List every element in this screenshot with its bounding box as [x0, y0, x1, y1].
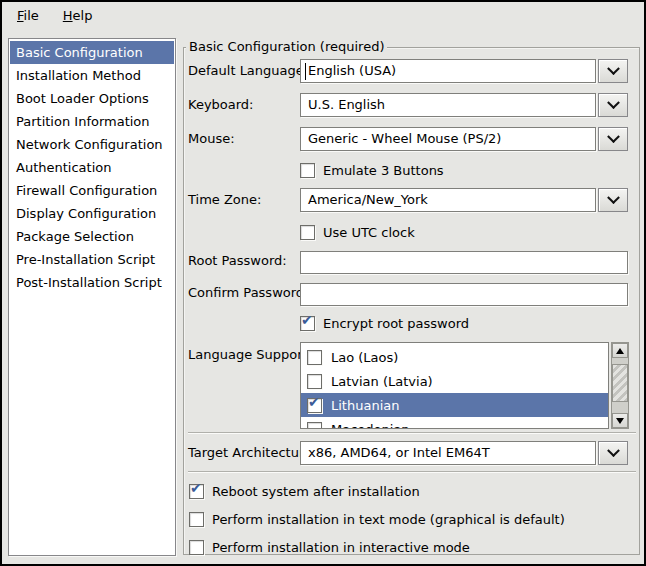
language-item-lao-laos[interactable]: Lao (Laos)	[301, 345, 608, 369]
sidebar-item-authentication[interactable]: Authentication	[10, 156, 174, 179]
encrypt-root-password-checkbox[interactable]: ✔	[300, 316, 315, 331]
root-password-label: Root Password:	[188, 249, 287, 273]
interactive-mode-label: Perform installation in interactive mode	[212, 540, 470, 555]
text-mode-checkbox[interactable]	[189, 512, 204, 527]
target-architecture-value: x86, AMD64, or Intel EM64T	[306, 445, 490, 460]
chevron-down-icon	[607, 130, 620, 143]
checkmark-icon: ✔	[308, 395, 320, 409]
time-zone-value: America/New_York	[306, 192, 428, 207]
menubar: File Help	[2, 2, 644, 29]
kickstart-configurator-window: File Help Basic ConfigurationInstallatio…	[0, 0, 646, 566]
language-checkbox-latvian-latvia[interactable]	[307, 374, 322, 389]
scroll-up-icon	[616, 348, 624, 354]
mouse-entry[interactable]: Generic - Wheel Mouse (PS/2)	[300, 127, 596, 151]
default-language-combobox: English (USA)	[300, 59, 628, 83]
checkmark-icon: ✔	[301, 313, 313, 327]
sidebar-item-partition-information[interactable]: Partition Information	[10, 110, 174, 133]
default-language-label: Default Language:	[188, 59, 308, 83]
interactive-mode-checkbox[interactable]	[189, 540, 204, 555]
target-architecture-dropdown-button[interactable]	[598, 441, 628, 465]
language-item-label: Lithuanian	[331, 398, 399, 413]
confirm-password-input[interactable]	[300, 283, 628, 306]
scroll-down-button[interactable]	[612, 413, 628, 428]
separator	[188, 471, 636, 473]
language-item-label: Latvian (Latvia)	[331, 374, 433, 389]
text-mode-label: Perform installation in text mode (graph…	[212, 512, 565, 527]
language-support-list: Lao (Laos)Latvian (Latvia)✔LithuanianMac…	[300, 342, 609, 429]
sidebar-item-package-selection[interactable]: Package Selection	[10, 225, 174, 248]
chevron-down-icon	[607, 444, 620, 457]
chevron-down-icon	[607, 191, 620, 204]
sidebar-item-basic-configuration[interactable]: Basic Configuration	[10, 41, 174, 64]
language-support-label: Language Support:	[188, 343, 312, 367]
mouse-value: Generic - Wheel Mouse (PS/2)	[306, 131, 501, 146]
scrollbar-thumb[interactable]	[612, 364, 628, 402]
emulate-3-buttons-checkbox[interactable]	[300, 163, 315, 178]
sidebar-item-pre-installation-script[interactable]: Pre-Installation Script	[10, 248, 174, 271]
encrypt-root-password-label: Encrypt root password	[323, 316, 469, 331]
emulate-3-buttons-checkbox-row: Emulate 3 Buttons	[300, 162, 444, 179]
time-zone-combobox: America/New_York	[300, 188, 628, 212]
confirm-password-label: Confirm Password:	[188, 281, 308, 305]
keyboard-dropdown-button[interactable]	[598, 93, 628, 117]
reboot-checkbox-row: ✔ Reboot system after installation	[189, 483, 420, 500]
mouse-label: Mouse:	[188, 127, 235, 151]
use-utc-clock-checkbox-row: Use UTC clock	[300, 224, 415, 241]
text-caret	[305, 63, 306, 80]
mouse-dropdown-button[interactable]	[598, 127, 628, 151]
time-zone-entry[interactable]: America/New_York	[300, 188, 596, 212]
language-checkbox-lithuanian[interactable]: ✔	[307, 398, 322, 413]
use-utc-clock-checkbox[interactable]	[300, 225, 315, 240]
language-item-latvian-latvia[interactable]: Latvian (Latvia)	[301, 369, 608, 393]
sidebar-nav: Basic ConfigurationInstallation MethodBo…	[8, 38, 176, 556]
language-support-scrollbar[interactable]	[611, 342, 629, 429]
interactive-mode-checkbox-row: Perform installation in interactive mode	[189, 539, 470, 556]
language-item-lithuanian[interactable]: ✔Lithuanian	[301, 393, 608, 417]
target-architecture-combobox: x86, AMD64, or Intel EM64T	[300, 441, 628, 465]
keyboard-combobox: U.S. English	[300, 93, 628, 117]
keyboard-label: Keyboard:	[188, 93, 254, 117]
chevron-down-icon	[607, 62, 620, 75]
use-utc-clock-label: Use UTC clock	[323, 225, 415, 240]
default-language-dropdown-button[interactable]	[598, 59, 628, 83]
root-password-input[interactable]	[300, 251, 628, 274]
text-mode-checkbox-row: Perform installation in text mode (graph…	[189, 511, 565, 528]
emulate-3-buttons-label: Emulate 3 Buttons	[323, 163, 444, 178]
checkmark-icon: ✔	[190, 481, 202, 495]
mouse-combobox: Generic - Wheel Mouse (PS/2)	[300, 127, 628, 151]
chevron-down-icon	[607, 96, 620, 109]
keyboard-entry[interactable]: U.S. English	[300, 93, 596, 117]
sidebar-item-firewall-configuration[interactable]: Firewall Configuration	[10, 179, 174, 202]
language-item-label: Lao (Laos)	[331, 350, 398, 365]
encrypt-root-password-checkbox-row: ✔ Encrypt root password	[300, 315, 469, 332]
separator	[188, 432, 636, 434]
sidebar-item-network-configuration[interactable]: Network Configuration	[10, 133, 174, 156]
keyboard-value: U.S. English	[306, 97, 385, 112]
menu-file[interactable]: File	[12, 6, 44, 25]
time-zone-dropdown-button[interactable]	[598, 188, 628, 212]
menu-help[interactable]: Help	[58, 6, 98, 25]
time-zone-label: Time Zone:	[188, 188, 261, 212]
group-title: Basic Configuration (required)	[186, 39, 387, 54]
language-item-macedonian[interactable]: Macedonian	[301, 417, 608, 429]
sidebar-item-installation-method[interactable]: Installation Method	[10, 64, 174, 87]
default-language-value: English (USA)	[306, 63, 396, 78]
sidebar-item-boot-loader-options[interactable]: Boot Loader Options	[10, 87, 174, 110]
default-language-entry[interactable]: English (USA)	[300, 59, 596, 83]
basic-configuration-group: Basic Configuration (required) Default L…	[183, 47, 640, 555]
target-architecture-label: Target Architecture:	[188, 441, 316, 465]
sidebar-item-post-installation-script[interactable]: Post-Installation Script	[10, 271, 174, 294]
language-item-label: Macedonian	[331, 422, 410, 430]
reboot-checkbox[interactable]: ✔	[189, 484, 204, 499]
language-checkbox-lao-laos[interactable]	[307, 350, 322, 365]
sidebar-item-display-configuration[interactable]: Display Configuration	[10, 202, 174, 225]
scroll-up-button[interactable]	[612, 343, 628, 358]
reboot-label: Reboot system after installation	[212, 484, 420, 499]
language-checkbox-macedonian[interactable]	[307, 422, 322, 430]
target-architecture-entry[interactable]: x86, AMD64, or Intel EM64T	[300, 441, 596, 465]
scroll-down-icon	[616, 418, 624, 424]
